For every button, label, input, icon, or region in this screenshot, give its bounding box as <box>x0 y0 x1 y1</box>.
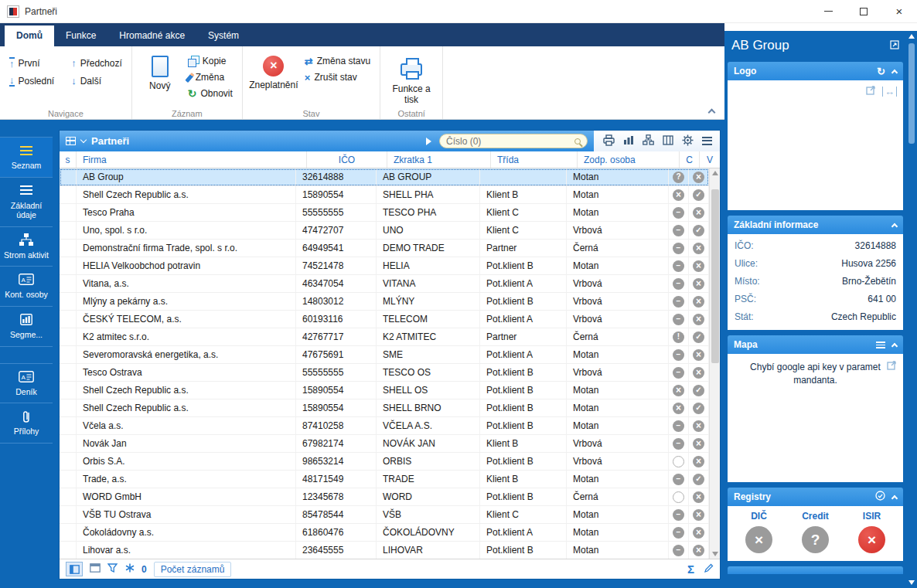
table-row[interactable]: VŠB TU Ostrava85478544VŠBKlient CMotan <box>60 506 709 524</box>
table-row[interactable]: Shell Czech Republic a.s.15890554SHELL P… <box>60 186 709 204</box>
registry-check-icon[interactable] <box>875 491 885 503</box>
panel-scroll-up-icon[interactable] <box>908 34 915 39</box>
org-chart-icon[interactable] <box>643 134 654 148</box>
collapse-ribbon-button[interactable] <box>704 105 718 116</box>
column-header-s[interactable]: s <box>60 151 77 168</box>
chevron-down-icon[interactable] <box>80 137 87 143</box>
tab-funkce[interactable]: Funkce <box>54 25 107 46</box>
invalidate-button[interactable]: × Zneplatnění <box>249 49 298 107</box>
table-row[interactable]: Tesco Praha55555555TESCO PHAKlient CMota… <box>60 204 709 222</box>
copy-button[interactable]: Kopie <box>185 54 236 68</box>
sum-button[interactable]: Σ <box>687 563 694 576</box>
panel-scroll-down-icon[interactable] <box>908 580 915 585</box>
table-row[interactable]: K2 atmitec s.r.o.42767717K2 ATMITECPartn… <box>60 328 709 346</box>
table-row[interactable]: Novák Jan67982174NOVÁK JANKlient BVrbová <box>60 435 709 453</box>
table-row[interactable]: Trade, a.s.48171549TRADEKlient BMotan <box>60 471 709 488</box>
scroll-up-icon[interactable] <box>712 171 718 175</box>
registry-item-dic[interactable]: DIČ <box>745 511 772 553</box>
menu-icon[interactable] <box>702 137 712 145</box>
table-row[interactable]: WORD GmbH12345678WORDPot.klient BČerná <box>60 488 709 506</box>
sidebar-item-kont-osoby[interactable]: A Kont. osoby <box>0 267 53 307</box>
sidebar-item-segmentace[interactable]: Segme... <box>0 307 53 347</box>
basic-info-section-header[interactable]: Základní informace <box>728 216 903 234</box>
cancel-state-button[interactable]: ×Zrušit stav <box>302 70 373 84</box>
minimize-button[interactable] <box>810 0 846 22</box>
registry-item-credit[interactable]: Credit <box>802 511 829 553</box>
panel-scrollbar[interactable] <box>906 31 917 588</box>
previous-button[interactable]: ↑Předchozí <box>68 56 125 70</box>
table-scrollbar[interactable] <box>709 168 720 559</box>
scrollbar-thumb[interactable] <box>711 189 719 363</box>
collapse-logo-icon[interactable] <box>891 69 898 75</box>
table-row[interactable]: ČESKÝ TELECOM, a.s.60193116TELECOMPot.kl… <box>60 311 709 328</box>
table-row[interactable]: Orbis S.A.98653214ORBISPot.klient BVrbov… <box>60 453 709 471</box>
tab-domu[interactable]: Domů <box>5 25 54 46</box>
mapa-menu-icon[interactable] <box>876 342 885 348</box>
column-header-v[interactable]: V <box>700 151 720 168</box>
search-input[interactable] <box>446 136 570 147</box>
sidebar-item-strom-aktivit[interactable]: Strom aktivit <box>0 227 53 267</box>
table-view-icon[interactable] <box>66 137 76 145</box>
open-external-icon[interactable] <box>866 85 876 97</box>
functions-print-button[interactable]: Funkce a tisk <box>387 49 436 107</box>
tab-hromadne-akce[interactable]: Hromadné akce <box>107 25 196 46</box>
filter-button[interactable] <box>107 563 118 575</box>
asterisk-icon[interactable] <box>125 563 135 575</box>
layout-columns-button[interactable] <box>66 562 83 576</box>
refresh-button[interactable]: ↻Obnovit <box>185 87 236 100</box>
fit-width-icon[interactable]: ↔ <box>882 87 897 97</box>
column-header-ico[interactable]: IČO <box>307 151 387 168</box>
registry-section-header[interactable]: Registry <box>728 488 903 506</box>
last-button[interactable]: ↓Poslední <box>6 73 57 88</box>
change-state-button[interactable]: ⇄Změna stavu <box>302 54 373 68</box>
logo-section-header[interactable]: Logo ↻ <box>728 62 903 80</box>
gear-icon[interactable] <box>682 134 694 148</box>
collapse-registry-icon[interactable] <box>891 495 898 501</box>
change-button[interactable]: Změna <box>185 70 236 84</box>
record-count-label[interactable]: Počet záznamů <box>154 562 232 577</box>
sidebar-item-prilohy[interactable]: Přílohy <box>0 403 53 444</box>
tab-system[interactable]: Systém <box>196 25 251 46</box>
table-row[interactable]: Včela a.s.87410258VČELA A.S.Pot.klient B… <box>60 417 709 435</box>
table-row[interactable]: Lihovar a.s.23645555LIHOVARPot.klient BM… <box>60 542 709 559</box>
table-row[interactable]: Tesco Ostrava55555555TESCO OSPot.klient … <box>60 364 709 382</box>
panel-scrollbar-thumb[interactable] <box>908 43 915 144</box>
table-row[interactable]: HELIA Velkoobchod potravin74521478HELIAP… <box>60 257 709 275</box>
table-row[interactable]: Demonstrační firma Trade, spol. s r.o.64… <box>60 240 709 257</box>
column-header-c[interactable]: C <box>680 151 700 168</box>
table-row[interactable]: Shell Czech Republic a.s.15890554SHELL B… <box>60 399 709 417</box>
play-icon[interactable] <box>426 138 431 145</box>
next-button[interactable]: ↓Další <box>68 73 125 88</box>
expand-panel-icon[interactable] <box>890 38 899 53</box>
column-header-firma[interactable]: Firma <box>77 151 307 168</box>
sidebar-item-zakladni-udaje[interactable]: Základní údaje <box>0 178 53 227</box>
print-icon[interactable] <box>603 134 615 148</box>
panel-toggle-button[interactable] <box>90 563 101 575</box>
table-row[interactable]: Shell Czech Republic a.s.15890554SHELL O… <box>60 382 709 399</box>
edit-button[interactable] <box>704 563 714 576</box>
column-header-trida[interactable]: Třída <box>491 151 578 168</box>
registry-item-isir[interactable]: ISIR <box>858 511 885 553</box>
collapse-info-icon[interactable] <box>891 223 898 229</box>
columns-icon[interactable] <box>663 135 673 148</box>
column-header-zkratka[interactable]: Zkratka 1 <box>387 151 491 168</box>
mapa-external-icon[interactable] <box>887 360 897 374</box>
sidebar-item-seznam[interactable]: Seznam <box>0 137 53 178</box>
chart-icon[interactable] <box>623 135 634 148</box>
first-button[interactable]: ↑První <box>6 56 57 70</box>
table-row[interactable]: Severomoravská energetika, a.s.47675691S… <box>60 346 709 364</box>
table-row[interactable]: Uno, spol. s r.o.47472707UNOKlient CVrbo… <box>60 222 709 240</box>
maximize-button[interactable] <box>846 0 881 22</box>
scroll-down-icon[interactable] <box>712 552 718 556</box>
table-row[interactable]: AB Group32614888AB GROUPMotan <box>60 168 709 186</box>
table-row[interactable]: Vitana, a.s.46347054VITANAPot.klient AVr… <box>60 275 709 293</box>
new-button[interactable]: Nový <box>138 49 182 107</box>
column-header-zodp-osoba[interactable]: Zodp. osoba <box>578 151 680 168</box>
table-row[interactable]: Čokoládovny a.s.61860476ČOKOLÁDOVNYPot.k… <box>60 524 709 542</box>
mapa-section-header[interactable]: Mapa <box>728 335 903 354</box>
table-row[interactable]: Mlýny a pekárny a.s.14803012MLÝNYPot.kli… <box>60 293 709 311</box>
close-button[interactable]: × <box>881 0 917 22</box>
refresh-logo-icon[interactable]: ↻ <box>877 66 885 76</box>
sidebar-item-denik[interactable]: A Deník <box>0 363 53 404</box>
collapse-mapa-icon[interactable] <box>891 342 898 348</box>
